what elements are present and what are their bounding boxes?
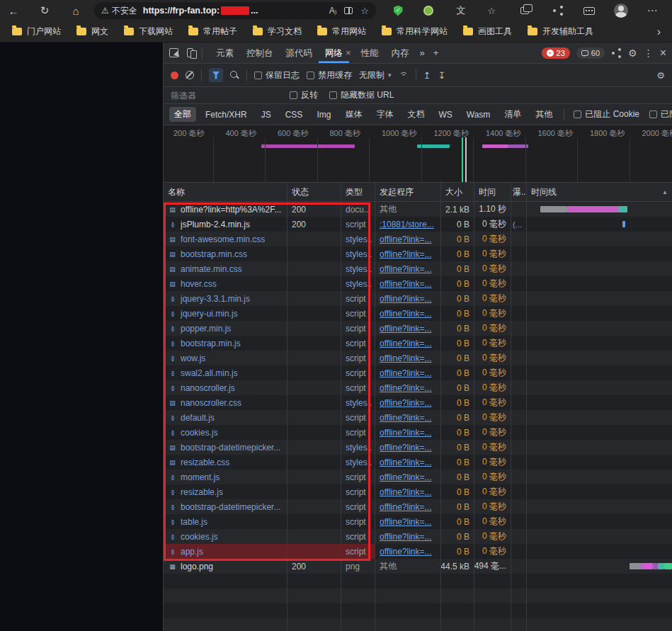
filter-input[interactable] — [171, 91, 278, 101]
devtools-tab[interactable]: 性能 — [355, 43, 385, 63]
clear-icon[interactable] — [186, 71, 194, 79]
network-request-row[interactable]: {}jquery-3.3.1.min.jsscriptoffline?link=… — [164, 291, 672, 306]
column-header-size[interactable]: 大小 — [441, 183, 474, 201]
disable-cache-checkbox[interactable] — [307, 72, 314, 79]
import-har-icon[interactable]: ↥ — [423, 70, 431, 81]
network-request-row[interactable]: {}table.jsscriptoffline?link=...0 B0 毫秒 — [164, 514, 672, 529]
filter-chip[interactable]: Fetch/XHR — [200, 108, 252, 121]
filter-chip[interactable]: Img — [312, 108, 336, 121]
initiator-link[interactable]: offline?link=... — [380, 368, 432, 378]
settings-gear-icon[interactable]: ⚙ — [628, 47, 637, 59]
initiator-link[interactable]: offline?link=... — [380, 294, 432, 304]
profile-avatar-icon[interactable] — [612, 0, 630, 21]
message-badge[interactable]: 60 — [576, 47, 605, 59]
filter-chip[interactable]: WS — [433, 108, 457, 121]
network-request-row[interactable]: ▤nanoscroller.cssstyles..offline?link=..… — [164, 395, 672, 410]
network-request-row[interactable]: ▤offline?link=http%3A%2F...200docu...其他2… — [164, 202, 672, 217]
network-request-row[interactable]: {}bootstrap.min.jsscriptoffline?link=...… — [164, 336, 672, 351]
initiator-link[interactable]: offline?link=... — [380, 428, 432, 438]
address-bar[interactable]: ⚠ 不安全 https://frp-fan.top:... A) ☆ — [94, 2, 376, 19]
timeline-overview[interactable]: 200 毫秒400 毫秒600 毫秒800 毫秒1000 毫秒1200 毫秒14… — [164, 125, 672, 183]
bookmark-item[interactable]: 下载网站 — [118, 23, 179, 40]
network-request-row[interactable]: {}cookies.jsscriptoffline?link=...0 B0 毫… — [164, 425, 672, 440]
initiator-link[interactable]: offline?link=... — [380, 324, 432, 334]
initiator-link[interactable]: offline?link=... — [380, 234, 432, 244]
network-request-row[interactable]: {}nanoscroller.jsscriptoffline?link=...0… — [164, 380, 672, 395]
initiator-link[interactable]: offline?link=... — [380, 532, 432, 542]
devtools-tab[interactable]: 网络 — [319, 43, 349, 63]
filter-funnel-icon[interactable] — [209, 68, 223, 82]
column-header-initiator[interactable]: 发起程序 — [375, 183, 441, 201]
network-request-row[interactable]: ▤bootstrap.min.cssstyles..offline?link=.… — [164, 246, 672, 261]
initiator-link[interactable]: offline?link=... — [380, 398, 432, 408]
favorites-list-icon[interactable]: ☆ — [482, 0, 501, 21]
initiator-link[interactable]: :10881/store... — [380, 220, 434, 229]
network-request-row[interactable]: ▤bootstrap-datetimepicker...styles..offl… — [164, 440, 672, 455]
wallet-card-icon[interactable] — [580, 0, 598, 21]
back-icon[interactable]: ← — [4, 0, 23, 21]
invert-toggle[interactable]: 反转 — [290, 89, 318, 101]
column-header-name[interactable]: 名称 — [164, 183, 287, 201]
filter-chip[interactable]: CSS — [280, 108, 308, 121]
initiator-link[interactable]: offline?link=... — [380, 279, 432, 289]
bookmark-item[interactable]: 常用帖子 — [182, 23, 244, 40]
network-conditions-icon[interactable] — [399, 71, 409, 79]
more-tabs-icon[interactable]: » — [416, 47, 429, 58]
filter-chip[interactable]: 其他 — [530, 107, 557, 122]
refresh-icon[interactable]: ↻ — [35, 0, 54, 21]
translate-icon[interactable]: 文 — [452, 0, 470, 21]
network-request-row[interactable]: {}jquery-ui.min.jsscriptoffline?link=...… — [164, 306, 672, 321]
column-header-waterfall[interactable]: 瀑.. — [511, 183, 527, 201]
add-tab-icon[interactable]: + — [429, 47, 443, 58]
favorite-star-icon[interactable]: ☆ — [360, 6, 369, 16]
initiator-link[interactable]: offline?link=... — [380, 502, 432, 512]
collections-icon[interactable] — [516, 0, 534, 21]
preserve-log-checkbox[interactable] — [254, 72, 262, 79]
devtools-tab[interactable]: 源代码 — [280, 43, 319, 63]
invert-checkbox[interactable] — [290, 91, 297, 99]
bookmark-item[interactable]: 门户网站 — [6, 23, 67, 40]
close-devtools-icon[interactable]: × — [660, 47, 666, 59]
initiator-link[interactable]: offline?link=... — [380, 517, 432, 527]
network-request-row[interactable]: {}resizable.jsscriptoffline?link=...0 B0… — [164, 484, 672, 499]
network-request-row[interactable]: {}popper.min.jsscriptoffline?link=...0 B… — [164, 321, 672, 336]
initiator-link[interactable]: offline?link=... — [380, 264, 432, 274]
network-request-row[interactable]: ▤font-awesome.min.cssstyles..offline?lin… — [164, 232, 672, 246]
blocked-cookies-toggle[interactable]: 已阻止 Cookie — [574, 108, 639, 120]
split-screen-icon[interactable] — [344, 7, 353, 14]
network-request-row[interactable]: {}wow.jsscriptoffline?link=...0 B0 毫秒 — [164, 351, 672, 365]
home-icon[interactable]: ⌂ — [67, 0, 85, 21]
preserve-log-toggle[interactable]: 保留日志 — [254, 69, 300, 81]
inspect-element-icon[interactable] — [169, 48, 178, 57]
column-header-timeline[interactable]: 时间线▲ — [527, 183, 672, 201]
filter-chip[interactable]: 清单 — [499, 107, 526, 122]
filter-chip[interactable]: 全部 — [169, 107, 196, 122]
device-toolbar-icon[interactable] — [187, 48, 193, 57]
filter-chip[interactable]: 媒体 — [340, 107, 367, 122]
filter-chip[interactable]: JS — [256, 108, 276, 121]
filter-chip[interactable]: 文档 — [402, 107, 429, 122]
initiator-link[interactable]: offline?link=... — [380, 353, 432, 363]
bookmarks-overflow-icon[interactable]: › — [651, 25, 666, 38]
hide-data-urls-checkbox[interactable] — [329, 91, 337, 99]
browser-menu-icon[interactable]: ⋯ — [643, 0, 661, 21]
blocked-requests-checkbox[interactable] — [649, 110, 657, 118]
export-har-icon[interactable]: ↧ — [438, 70, 445, 81]
network-request-row[interactable]: {}jsPlumb-2.4.min.js200script:10881/stor… — [164, 217, 672, 232]
adblock-shield-icon[interactable]: ✓ — [389, 0, 407, 21]
throttling-dropdown[interactable]: 无限制▾ — [359, 69, 392, 81]
filter-chip[interactable]: Wasm — [462, 108, 496, 121]
network-request-row[interactable]: {}bootstrap-datetimepicker...scriptoffli… — [164, 499, 672, 514]
bookmark-item[interactable]: 学习文档 — [246, 23, 308, 40]
hide-data-urls-toggle[interactable]: 隐藏数据 URL — [329, 89, 394, 101]
tab-close-icon[interactable]: × — [346, 47, 351, 58]
blocked-cookies-checkbox[interactable] — [574, 110, 581, 118]
read-aloud-icon[interactable]: A) — [329, 6, 337, 16]
initiator-link[interactable]: offline?link=... — [380, 487, 432, 497]
error-badge[interactable]: ×23 — [542, 47, 570, 59]
devtools-share-icon[interactable] — [611, 48, 622, 58]
share-nodes-icon[interactable] — [549, 0, 567, 21]
network-request-row[interactable]: {}swal2.all.min.jsscriptoffline?link=...… — [164, 365, 672, 380]
extension-green-icon[interactable] — [419, 0, 438, 21]
initiator-link[interactable]: offline?link=... — [380, 413, 432, 423]
